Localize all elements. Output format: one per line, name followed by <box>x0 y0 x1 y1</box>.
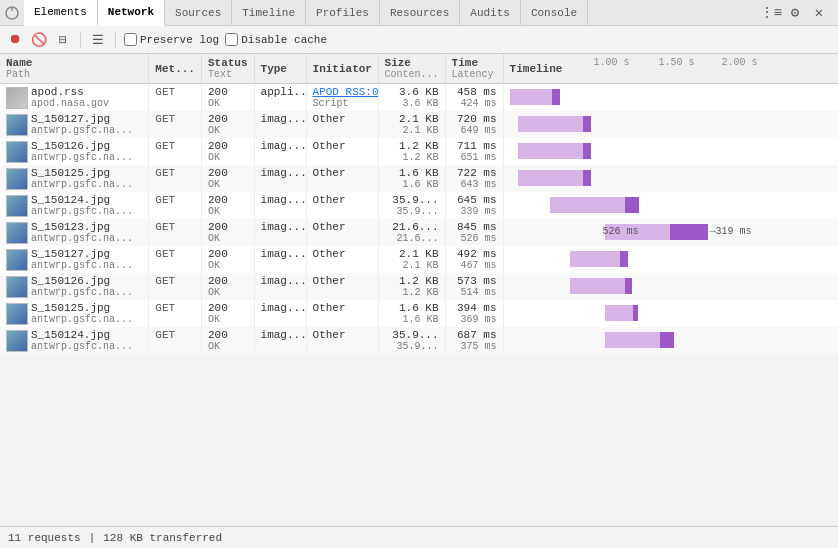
status-text: OK <box>208 98 248 109</box>
initiator-link[interactable]: APOD RSS:0 <box>313 86 379 98</box>
table-row[interactable]: S_150125.jpg antwrp.gsfc.na... GET 200 O… <box>0 300 838 327</box>
tab-timeline[interactable]: Timeline <box>232 0 306 26</box>
cell-time: 722 ms 643 ms <box>445 165 503 192</box>
request-count: 11 requests <box>8 532 81 544</box>
status-code: 200 <box>208 194 248 206</box>
table-row[interactable]: S_150126.jpg antwrp.gsfc.na... GET 200 O… <box>0 138 838 165</box>
settings-icon[interactable]: ⚙ <box>786 4 804 22</box>
cell-size: 3.6 KB 3.6 KB <box>378 84 445 112</box>
cell-timeline: 526 ms→319 ms <box>503 219 838 246</box>
size-content: 3.6 KB <box>385 98 439 109</box>
cell-type: imag... <box>254 219 306 246</box>
resource-name: S_150125.jpg <box>31 302 133 314</box>
col-header-method[interactable]: Met... <box>149 54 202 84</box>
time-latency: 375 ms <box>452 341 497 352</box>
tab-network[interactable]: Network <box>98 0 165 26</box>
cell-name: apod.rss apod.nasa.gov <box>0 84 149 112</box>
cell-status: 200 OK <box>201 273 254 300</box>
close-icon[interactable]: ✕ <box>810 4 828 22</box>
network-table-scroll[interactable]: NamePath Met... StatusText Type Initiato… <box>0 54 838 526</box>
tab-audits[interactable]: Audits <box>460 0 521 26</box>
table-row[interactable]: S_150126.jpg antwrp.gsfc.na... GET 200 O… <box>0 273 838 300</box>
cell-type: imag... <box>254 165 306 192</box>
cell-method: GET <box>149 192 202 219</box>
cell-time: 645 ms 339 ms <box>445 192 503 219</box>
tab-console[interactable]: Console <box>521 0 588 26</box>
cell-size: 2.1 KB 2.1 KB <box>378 246 445 273</box>
status-text: OK <box>208 152 248 163</box>
cell-time: 394 ms 369 ms <box>445 300 503 327</box>
time-value: 845 ms <box>452 221 497 233</box>
tab-elements[interactable]: Elements <box>24 0 98 26</box>
table-header: NamePath Met... StatusText Type Initiato… <box>0 54 838 84</box>
col-header-type[interactable]: Type <box>254 54 306 84</box>
cell-time: 492 ms 467 ms <box>445 246 503 273</box>
view-toggle-button[interactable]: ☰ <box>89 31 107 49</box>
resource-name: apod.rss <box>31 86 109 98</box>
table-row[interactable]: S_150127.jpg antwrp.gsfc.na... GET 200 O… <box>0 246 838 273</box>
cell-initiator: APOD RSS:0Script <box>306 84 378 112</box>
disable-cache-check[interactable]: Disable cache <box>225 33 327 46</box>
tab-profiles[interactable]: Profiles <box>306 0 380 26</box>
table-row[interactable]: S_150124.jpg antwrp.gsfc.na... GET 200 O… <box>0 192 838 219</box>
size-value: 35.9... <box>385 194 439 206</box>
col-header-size[interactable]: SizeConten... <box>378 54 445 84</box>
cell-method: GET <box>149 300 202 327</box>
status-text: OK <box>208 179 248 190</box>
cell-size: 1.6 KB 1.6 KB <box>378 165 445 192</box>
resource-path: antwrp.gsfc.na... <box>31 152 133 163</box>
size-content: 35.9... <box>385 206 439 217</box>
resource-path: antwrp.gsfc.na... <box>31 260 133 271</box>
size-value: 1.6 KB <box>385 302 439 314</box>
size-content: 1.6 KB <box>385 314 439 325</box>
cell-method: GET <box>149 273 202 300</box>
status-text: OK <box>208 341 248 352</box>
cell-name: S_150124.jpg antwrp.gsfc.na... <box>0 327 149 354</box>
disable-cache-checkbox[interactable] <box>225 33 238 46</box>
resource-name: S_150124.jpg <box>31 329 133 341</box>
cell-method: GET <box>149 246 202 273</box>
col-header-initiator[interactable]: Initiator <box>306 54 378 84</box>
table-row[interactable]: apod.rss apod.nasa.gov GET 200 OK appli.… <box>0 84 838 112</box>
disable-cache-label: Disable cache <box>241 34 327 46</box>
cell-name: S_150125.jpg antwrp.gsfc.na... <box>0 300 149 327</box>
col-header-timeline[interactable]: Timeline 1.00 s 1.50 s 2.00 s <box>503 54 838 84</box>
cell-method: GET <box>149 138 202 165</box>
devtools-icon <box>4 5 20 21</box>
record-button[interactable]: ⏺ <box>6 31 24 49</box>
cell-initiator: Other <box>306 192 378 219</box>
resource-name: S_150127.jpg <box>31 113 133 125</box>
status-code: 200 <box>208 113 248 125</box>
cell-type: imag... <box>254 300 306 327</box>
col-header-name[interactable]: NamePath <box>0 54 149 84</box>
table-row[interactable]: S_150124.jpg antwrp.gsfc.na... GET 200 O… <box>0 327 838 354</box>
time-value: 711 ms <box>452 140 497 152</box>
preserve-log-checkbox[interactable] <box>124 33 137 46</box>
status-code: 200 <box>208 140 248 152</box>
cell-size: 35.9... 35.9... <box>378 327 445 354</box>
filter-button[interactable]: ⊟ <box>54 31 72 49</box>
time-latency: 526 ms <box>452 233 497 244</box>
tab-resources[interactable]: Resources <box>380 0 460 26</box>
col-header-status[interactable]: StatusText <box>201 54 254 84</box>
cell-name: S_150124.jpg antwrp.gsfc.na... <box>0 192 149 219</box>
cell-type: imag... <box>254 192 306 219</box>
table-row[interactable]: S_150123.jpg antwrp.gsfc.na... GET 200 O… <box>0 219 838 246</box>
cell-timeline <box>503 165 838 192</box>
size-value: 2.1 KB <box>385 113 439 125</box>
resource-name: S_150126.jpg <box>31 275 133 287</box>
table-row[interactable]: S_150127.jpg antwrp.gsfc.na... GET 200 O… <box>0 111 838 138</box>
status-code: 200 <box>208 248 248 260</box>
clear-button[interactable]: 🚫 <box>30 31 48 49</box>
dock-icon[interactable]: ⋮≡ <box>762 4 780 22</box>
table-row[interactable]: S_150125.jpg antwrp.gsfc.na... GET 200 O… <box>0 165 838 192</box>
preserve-log-check[interactable]: Preserve log <box>124 33 219 46</box>
cell-method: GET <box>149 165 202 192</box>
tab-sources[interactable]: Sources <box>165 0 232 26</box>
cell-name: S_150123.jpg antwrp.gsfc.na... <box>0 219 149 246</box>
time-latency: 643 ms <box>452 179 497 190</box>
network-table: NamePath Met... StatusText Type Initiato… <box>0 54 838 354</box>
time-latency: 467 ms <box>452 260 497 271</box>
status-code: 200 <box>208 275 248 287</box>
col-header-time[interactable]: TimeLatency <box>445 54 503 84</box>
